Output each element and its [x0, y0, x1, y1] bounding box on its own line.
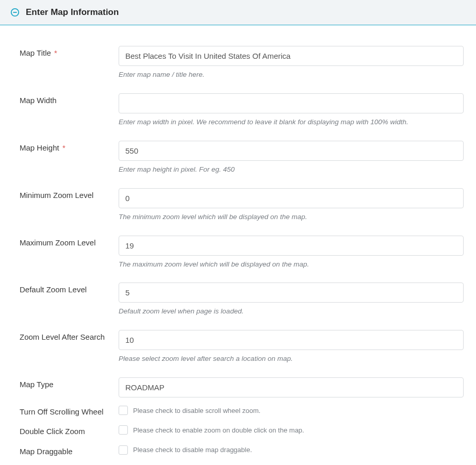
- row-map-type: Map Type: [10, 377, 466, 397]
- input-max-zoom[interactable]: [119, 236, 464, 256]
- section-title: Enter Map Information: [26, 7, 119, 18]
- input-zoom-after-search[interactable]: [119, 330, 464, 350]
- help-max-zoom: The maximum zoom level which will be dis…: [119, 260, 464, 270]
- label-map-type: Map Type: [10, 377, 119, 390]
- label-double-click-zoom: Double Click Zoom: [10, 424, 119, 437]
- input-default-zoom[interactable]: [119, 283, 464, 303]
- label-zoom-after-search: Zoom Level After Search: [10, 330, 119, 342]
- label-min-zoom: Minimum Zoom Level: [10, 188, 119, 201]
- input-map-width[interactable]: [119, 93, 464, 113]
- help-map-height: Enter map height in pixel. For eg. 450: [119, 165, 464, 175]
- label-map-width: Map Width: [10, 93, 119, 106]
- help-default-zoom: Default zoom level when page is loaded.: [119, 307, 464, 317]
- label-scroll-wheel: Turn Off Scrolling Wheel: [10, 405, 119, 417]
- checkbox-map-draggable[interactable]: [119, 445, 128, 455]
- input-map-height[interactable]: [119, 141, 464, 161]
- row-min-zoom: Minimum Zoom Level The minimum zoom leve…: [10, 188, 466, 222]
- input-map-type[interactable]: [119, 377, 464, 397]
- label-map-draggable: Map Draggable: [10, 444, 119, 457]
- label-max-zoom: Maximum Zoom Level: [10, 236, 119, 248]
- row-map-draggable: Map Draggable Please check to disable ma…: [10, 444, 466, 457]
- label-map-height: Map Height *: [10, 141, 119, 153]
- input-min-zoom[interactable]: [119, 188, 464, 208]
- checkbox-label-scroll-wheel: Please check to disable scroll wheel zoo…: [133, 407, 260, 414]
- help-zoom-after-search: Please select zoom level after search a …: [119, 354, 464, 364]
- input-map-title[interactable]: [119, 46, 464, 66]
- label-default-zoom: Default Zoom Level: [10, 283, 119, 295]
- row-scroll-wheel: Turn Off Scrolling Wheel Please check to…: [10, 405, 466, 417]
- help-map-width: Enter map width in pixel. We recommend t…: [119, 118, 464, 127]
- checkbox-label-double-click-zoom: Please check to enable zoom on double cl…: [133, 426, 304, 434]
- label-map-title: Map Title *: [10, 46, 119, 58]
- row-double-click-zoom: Double Click Zoom Please check to enable…: [10, 424, 466, 437]
- checkbox-scroll-wheel[interactable]: [119, 406, 128, 415]
- row-map-title: Map Title * Enter map name / title here.: [10, 46, 466, 80]
- row-max-zoom: Maximum Zoom Level The maximum zoom leve…: [10, 236, 466, 270]
- form-body: Map Title * Enter map name / title here.…: [0, 25, 476, 465]
- row-map-width: Map Width Enter map width in pixel. We r…: [10, 93, 466, 127]
- section-header[interactable]: Enter Map Information: [0, 0, 476, 25]
- checkbox-label-map-draggable: Please check to disable map draggable.: [133, 446, 252, 454]
- help-map-title: Enter map name / title here.: [119, 70, 464, 80]
- collapse-icon: [10, 8, 20, 17]
- checkbox-double-click-zoom[interactable]: [119, 425, 128, 435]
- row-default-zoom: Default Zoom Level Default zoom level wh…: [10, 283, 466, 317]
- row-zoom-after-search: Zoom Level After Search Please select zo…: [10, 330, 466, 364]
- row-map-height: Map Height * Enter map height in pixel. …: [10, 141, 466, 175]
- help-min-zoom: The minimum zoom level which will be dis…: [119, 212, 464, 222]
